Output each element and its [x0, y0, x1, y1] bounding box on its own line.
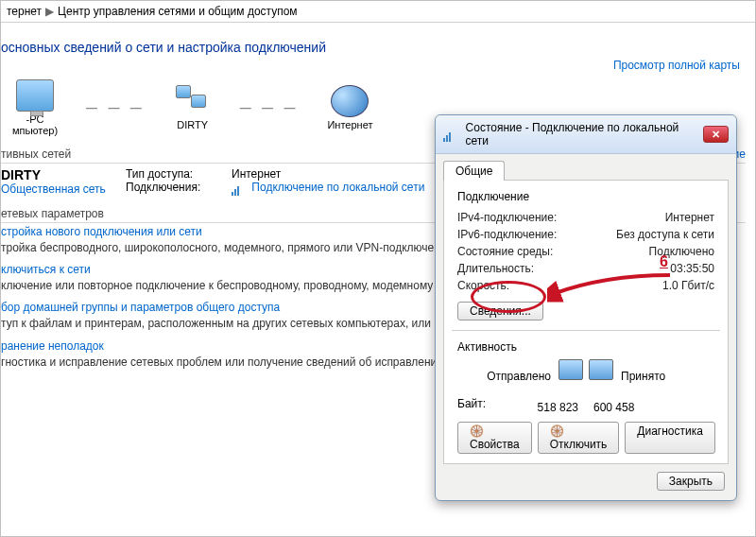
media-state-label: Состояние среды: — [457, 245, 553, 258]
received-label: Принято — [621, 370, 714, 383]
close-icon[interactable]: ✕ — [703, 126, 729, 143]
properties-button[interactable]: 🛞 Свойства — [457, 422, 532, 454]
close-button[interactable]: Закрыть — [657, 472, 725, 491]
map-node-label: Интернет — [327, 119, 372, 130]
map-node-network[interactable]: DIRTY — [174, 85, 212, 130]
dialog-tabs: Общие — [436, 154, 736, 180]
section-header-active-networks: тивных сетей — [1, 147, 71, 161]
computer-icon — [16, 79, 54, 112]
sent-label: Отправлено — [457, 370, 551, 383]
network-name: DIRTY — [1, 167, 114, 182]
divider — [452, 330, 720, 331]
globe-icon — [331, 85, 369, 117]
diagnose-button[interactable]: Диагностика — [625, 422, 715, 454]
map-node-pc[interactable]: -PC мпьютер) — [12, 79, 58, 136]
dialog-title: Состояние - Подключение по локальной сет… — [466, 121, 697, 147]
tab-general[interactable]: Общие — [443, 161, 505, 181]
group-connection: Подключение — [457, 190, 714, 203]
connections-label: Подключения: — [126, 181, 220, 194]
disable-button[interactable]: 🛞 Отключить — [538, 422, 620, 454]
breadcrumb-item[interactable]: тернет — [7, 5, 42, 18]
group-activity: Активность — [457, 340, 714, 354]
duration-label: Длительность: — [457, 262, 534, 275]
monitors-icon — [558, 359, 613, 393]
ipv6-value: Без доступа к сети — [616, 228, 714, 241]
page-title: основных сведений о сети и настройка под… — [1, 40, 746, 55]
signal-icon — [232, 182, 245, 194]
access-type-label: Тип доступа: — [126, 167, 220, 181]
breadcrumb: тернет ▶ Центр управления сетями и общим… — [1, 1, 755, 23]
ipv4-label: IPv4-подключение: — [457, 211, 557, 224]
map-connector: — — — — [86, 101, 146, 114]
speed-label: Скорость: — [457, 279, 509, 292]
map-node-label: DIRTY — [174, 119, 212, 130]
map-node-sub: мпьютер) — [12, 125, 58, 136]
speed-value: 1.0 Гбит/с — [662, 279, 714, 292]
details-button[interactable]: Сведения... — [457, 302, 543, 320]
connection-link[interactable]: Подключение по локальной сети — [251, 181, 424, 194]
map-connector: — — — — [240, 101, 300, 114]
network-nodes-icon — [174, 85, 212, 117]
chevron-right-icon: ▶ — [45, 5, 54, 18]
view-full-map-link[interactable]: Просмотр полной карты — [613, 59, 740, 72]
map-node-internet[interactable]: Интернет — [327, 85, 372, 130]
status-dialog: Состояние - Подключение по локальной сет… — [435, 114, 737, 501]
duration-value: 03:35:50 — [670, 262, 714, 275]
ipv6-label: IPv6-подключение: — [457, 228, 557, 241]
network-type-link[interactable]: Общественная сеть — [1, 182, 114, 196]
ipv4-value: Интернет — [665, 211, 714, 224]
annotation-number: 6 — [660, 253, 668, 270]
breadcrumb-item[interactable]: Центр управления сетями и общим доступом — [58, 5, 298, 18]
signal-icon — [443, 129, 456, 140]
dialog-titlebar[interactable]: Состояние - Подключение по локальной сет… — [436, 115, 736, 154]
bytes-received-value: 600 458 — [593, 401, 714, 414]
bytes-sent-value: 518 823 — [457, 401, 578, 414]
